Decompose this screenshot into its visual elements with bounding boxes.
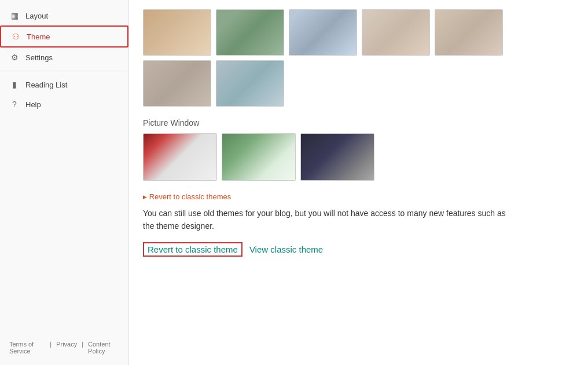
theme-thumbnail[interactable]	[300, 133, 374, 181]
thumbnail-preview	[435, 10, 502, 55]
picture-window-title: Picture Window	[143, 118, 574, 127]
picture-window-thumbnails	[143, 133, 574, 181]
layout-icon: ▦	[9, 10, 20, 21]
theme-thumbnail[interactable]	[143, 133, 217, 181]
sidebar-item-label: Settings	[25, 53, 53, 62]
revert-section: Revert to classic themes You can still u…	[143, 192, 574, 257]
help-icon: ?	[9, 99, 20, 110]
thumbnail-preview	[144, 134, 216, 180]
sidebar-item-label: Reading List	[25, 81, 67, 89]
picture-window-section: Picture Window	[143, 118, 574, 181]
thumbnail-preview	[144, 61, 211, 106]
bookmark-icon: ▮	[9, 79, 20, 90]
sidebar-item-help[interactable]: ? Help	[0, 94, 128, 114]
thumbnail-preview	[289, 10, 357, 55]
top-theme-section	[143, 9, 574, 107]
thumbnail-preview	[216, 10, 284, 55]
revert-classic-button[interactable]: Revert to classic theme	[143, 242, 242, 257]
thumbnail-preview	[216, 61, 284, 106]
theme-thumbnail[interactable]	[222, 133, 296, 181]
theme-thumbnail[interactable]	[362, 9, 430, 56]
theme-thumbnail[interactable]	[435, 9, 503, 56]
revert-description: You can still use old themes for your bl…	[143, 207, 513, 233]
sidebar-item-reading-list[interactable]: ▮ Reading List	[0, 75, 128, 94]
main-content: Picture Window Revert to classic themes …	[129, 0, 588, 365]
theme-thumbnail[interactable]	[289, 9, 357, 56]
privacy-link[interactable]: Privacy	[56, 341, 77, 355]
theme-thumbnail[interactable]	[143, 60, 211, 107]
revert-classic-themes-link[interactable]: Revert to classic themes	[143, 192, 231, 201]
settings-icon: ⚙	[9, 52, 20, 63]
top-thumbnails-row1	[143, 9, 574, 56]
view-classic-button[interactable]: View classic theme	[249, 244, 323, 254]
terms-link[interactable]: Terms of Service	[9, 341, 45, 355]
thumbnail-preview	[144, 10, 211, 55]
sidebar-divider	[0, 71, 128, 71]
sidebar-item-label: Help	[25, 100, 41, 109]
thumbnail-preview	[222, 134, 295, 180]
sidebar-item-label: Layout	[25, 12, 48, 20]
sidebar-item-settings[interactable]: ⚙ Settings	[0, 48, 128, 67]
sidebar-item-layout[interactable]: ▦ Layout	[0, 6, 128, 25]
theme-thumbnail[interactable]	[143, 9, 211, 56]
sidebar-footer: Terms of Service | Privacy | Content Pol…	[0, 336, 128, 359]
sidebar: ▦ Layout ⚇ Theme ⚙ Settings ▮ Reading Li…	[0, 0, 129, 365]
thumbnail-preview	[301, 134, 374, 180]
content-policy-link[interactable]: Content Policy	[88, 341, 119, 355]
theme-thumbnail[interactable]	[216, 60, 284, 107]
theme-icon: ⚇	[10, 31, 21, 42]
action-buttons: Revert to classic theme View classic the…	[143, 242, 574, 257]
top-thumbnails-row2	[143, 60, 574, 107]
thumbnail-preview	[362, 10, 429, 55]
theme-thumbnail[interactable]	[216, 9, 284, 56]
sidebar-item-theme[interactable]: ⚇ Theme	[0, 25, 128, 48]
sidebar-item-label: Theme	[27, 32, 50, 41]
